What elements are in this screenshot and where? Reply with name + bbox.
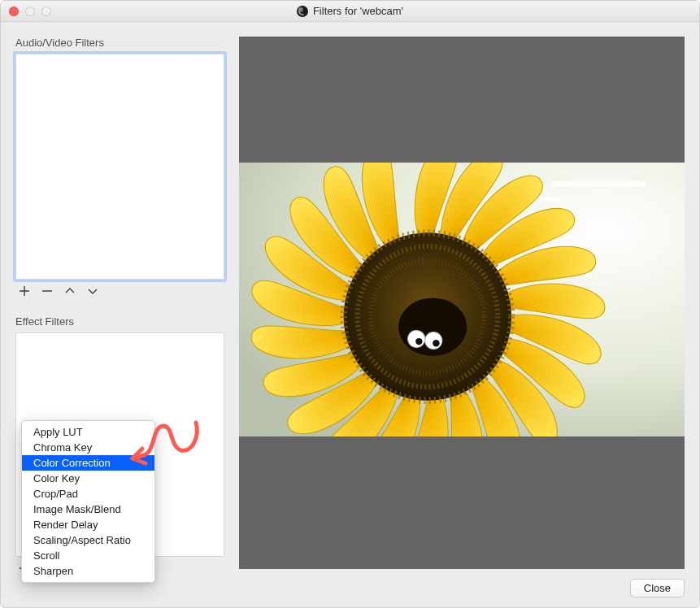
move-up-av-filter-button[interactable] <box>63 284 77 299</box>
av-filters-list[interactable] <box>15 54 224 280</box>
plus-icon <box>19 285 30 299</box>
minus-icon <box>41 285 53 299</box>
svg-point-9 <box>408 330 425 347</box>
chevron-down-icon <box>87 285 98 299</box>
menu-item-render-delay[interactable]: Render Delay <box>22 517 154 532</box>
menu-item-crop-pad[interactable]: Crop/Pad <box>22 486 154 502</box>
obs-logo-icon <box>297 6 308 17</box>
menu-item-scroll[interactable]: Scroll <box>22 548 154 563</box>
close-window-button[interactable] <box>9 7 19 16</box>
av-filters-label: Audio/Video Filters <box>15 37 224 49</box>
svg-point-12 <box>433 340 439 346</box>
maximize-window-button[interactable] <box>41 7 51 16</box>
preview-area <box>239 37 685 569</box>
titlebar: Filters for 'webcam' <box>1 1 699 22</box>
svg-rect-1 <box>552 181 646 186</box>
dialog-buttons: Close <box>239 569 685 597</box>
svg-point-11 <box>425 332 442 350</box>
menu-item-apply-lut[interactable]: Apply LUT <box>22 424 154 440</box>
effect-filters-label: Effect Filters <box>15 315 224 328</box>
minimize-window-button[interactable] <box>25 7 35 16</box>
window-controls <box>9 7 51 16</box>
filters-window: Filters for 'webcam' Audio/Video Filters <box>0 0 700 608</box>
menu-item-image-mask-blend[interactable]: Image Mask/Blend <box>22 502 154 517</box>
av-toolbar <box>15 280 224 301</box>
close-button[interactable]: Close <box>630 579 685 597</box>
add-filter-context-menu[interactable]: Apply LUTChroma KeyColor CorrectionColor… <box>21 420 155 583</box>
svg-point-10 <box>415 338 422 345</box>
menu-item-scaling-aspect-ratio[interactable]: Scaling/Aspect Ratio <box>22 532 154 548</box>
menu-item-chroma-key[interactable]: Chroma Key <box>22 440 154 455</box>
add-av-filter-button[interactable] <box>17 284 32 299</box>
chevron-up-icon <box>64 285 76 299</box>
menu-item-color-key[interactable]: Color Key <box>22 471 154 486</box>
right-pane: Close <box>239 22 699 607</box>
remove-av-filter-button[interactable] <box>40 284 54 299</box>
preview-image <box>239 163 685 436</box>
window-title: Filters for 'webcam' <box>313 5 403 17</box>
menu-item-sharpen[interactable]: Sharpen <box>22 563 154 579</box>
menu-item-color-correction[interactable]: Color Correction <box>22 455 154 471</box>
move-down-av-filter-button[interactable] <box>85 284 100 299</box>
window-title-group: Filters for 'webcam' <box>1 5 699 17</box>
